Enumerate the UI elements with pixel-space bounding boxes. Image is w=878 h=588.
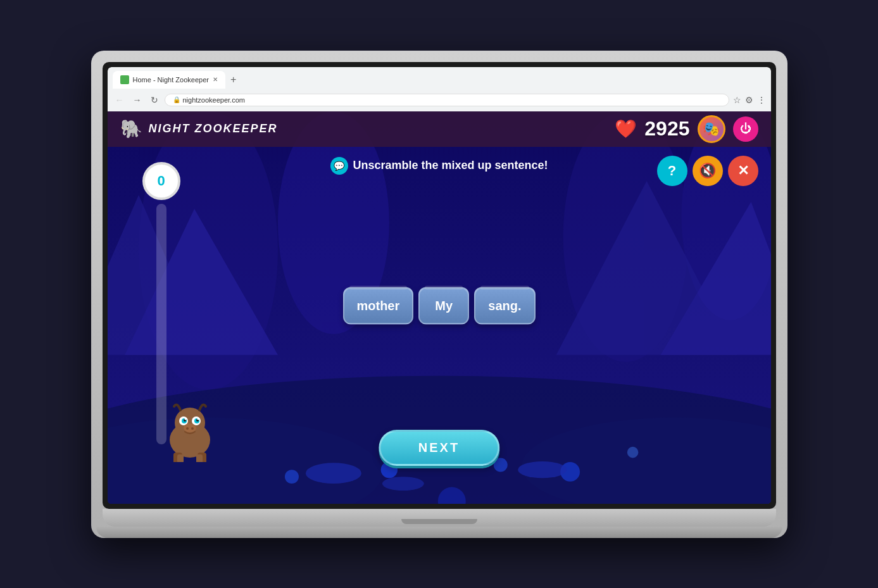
help-button[interactable]: ? [657, 156, 687, 186]
word-tile-0[interactable]: mother [342, 287, 413, 324]
user-button[interactable]: ⚙ [745, 95, 753, 105]
word-tile-2[interactable]: sang. [474, 287, 535, 324]
svg-point-19 [284, 470, 298, 484]
avatar[interactable]: 🎭 [698, 115, 725, 143]
tab-close-button[interactable]: ✕ [213, 76, 218, 83]
svg-point-23 [518, 461, 567, 477]
browser-tab[interactable]: Home - Night Zookeeper ✕ [113, 71, 225, 89]
svg-point-17 [493, 458, 507, 472]
svg-point-33 [184, 418, 186, 420]
bookmark-button[interactable]: ☆ [733, 95, 741, 105]
laptop-bottom [103, 509, 776, 527]
refresh-button[interactable]: ↻ [148, 94, 161, 106]
svg-point-22 [305, 463, 361, 484]
word-tiles-container: mother My sang. [342, 287, 535, 324]
new-tab-button[interactable]: + [228, 72, 239, 88]
svg-point-24 [382, 477, 423, 491]
tab-favicon [120, 75, 129, 84]
svg-rect-40 [177, 454, 184, 462]
instruction-text: 💬 Unscramble the mixed up sentence! [330, 157, 548, 175]
browser-chrome: Home - Night Zookeeper ✕ + ← → ↻ 🔒 night… [108, 67, 771, 111]
url-text: nightzookeeper.com [183, 96, 245, 104]
game-logo: 🐘 NIGHT ZOOKEEPER [120, 118, 278, 139]
laptop-frame: Home - Night Zookeeper ✕ + ← → ↻ 🔒 night… [91, 51, 787, 538]
heart-icon: ❤️ [615, 118, 637, 139]
svg-point-20 [627, 446, 638, 458]
game-navbar: 🐘 NIGHT ZOOKEEPER ❤️ 2925 🎭 ⏻ [108, 111, 771, 147]
screen-bezel: Home - Night Zookeeper ✕ + ← → ↻ 🔒 night… [103, 62, 776, 509]
progress-score: 0 [142, 162, 180, 200]
svg-point-34 [197, 418, 199, 420]
corner-buttons: ? 🔇 ✕ [657, 156, 758, 186]
tab-title: Home - Night Zookeeper [133, 76, 209, 84]
score-display: 2925 [644, 117, 689, 141]
laptop-screen: Home - Night Zookeeper ✕ + ← → ↻ 🔒 night… [108, 67, 771, 504]
browser-actions: ☆ ⚙ ⋮ [733, 95, 766, 105]
browser-tabs: Home - Night Zookeeper ✕ + [108, 67, 771, 89]
animal-character [158, 399, 222, 472]
lock-icon: 🔒 [173, 96, 180, 103]
logo-text: NIGHT ZOOKEEPER [149, 122, 278, 135]
browser-toolbar: ← → ↻ 🔒 nightzookeeper.com ☆ ⚙ ⋮ [108, 89, 771, 111]
svg-point-36 [186, 427, 189, 430]
sound-button[interactable]: 🔇 [693, 156, 723, 186]
game-area: 🐘 NIGHT ZOOKEEPER ❤️ 2925 🎭 ⏻ ? 🔇 ✕ [108, 111, 771, 504]
laptop-base [96, 527, 782, 538]
word-tile-1[interactable]: My [418, 287, 469, 324]
svg-rect-41 [196, 454, 203, 462]
instruction-label: Unscramble the mixed up sentence! [353, 159, 548, 172]
instruction-icon: 💬 [330, 157, 348, 175]
laptop-notch [401, 519, 477, 524]
forward-button[interactable]: → [130, 94, 144, 106]
close-button[interactable]: ✕ [728, 156, 758, 186]
svg-point-35 [184, 423, 196, 432]
address-bar[interactable]: 🔒 nightzookeeper.com [165, 94, 729, 106]
next-button[interactable]: NEXT [379, 430, 499, 466]
svg-point-37 [191, 427, 194, 430]
back-button[interactable]: ← [113, 94, 127, 106]
menu-button[interactable]: ⋮ [757, 95, 766, 105]
nav-right: ❤️ 2925 🎭 ⏻ [615, 115, 758, 143]
power-button[interactable]: ⏻ [733, 116, 758, 142]
elephant-icon: 🐘 [120, 118, 142, 139]
